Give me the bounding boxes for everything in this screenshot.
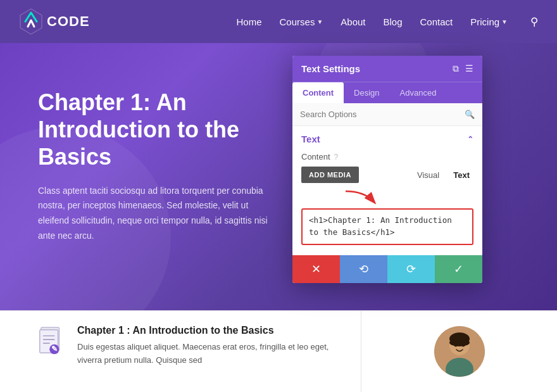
nav-about[interactable]: About <box>341 16 365 27</box>
confirm-button[interactable]: ✓ <box>435 255 482 283</box>
editor-tab-visual[interactable]: Visual <box>413 168 443 182</box>
content-label: Content <box>301 152 330 161</box>
panel-header-icons: ⧉ ☰ <box>453 63 473 74</box>
svg-point-14 <box>461 344 465 347</box>
search-input[interactable] <box>300 110 460 119</box>
svg-point-13 <box>454 344 457 347</box>
main-nav: Home Courses ▼ About Blog Contact Pricin… <box>237 15 538 28</box>
logo-text: CODE <box>47 13 90 30</box>
hero-title: Chapter 1: An Introduction to the Basics <box>38 89 278 171</box>
undo-button[interactable]: ⟲ <box>340 255 387 283</box>
text-settings-panel: Text Settings ⧉ ☰ Content Design Advance… <box>292 56 482 283</box>
card-right <box>361 310 557 392</box>
card-description: Duis egestas aliquet aliquet. Maecenas e… <box>77 341 342 367</box>
code-editor-box[interactable]: <h1>Chapter 1: An Introduction to the Ba… <box>301 208 473 245</box>
nav-contact[interactable]: Contact <box>420 16 453 27</box>
panel-tabs: Content Design Advanced <box>292 82 482 103</box>
hero-description: Class aptent taciti sociosqu ad litora t… <box>38 184 278 244</box>
svg-text:✎: ✎ <box>51 345 58 353</box>
nav-pricing[interactable]: Pricing ▼ <box>470 16 508 27</box>
logo-icon <box>19 8 43 35</box>
help-icon: ? <box>334 153 339 161</box>
panel-body: Text ⌃ Content ? ADD MEDIA Visual Text <box>292 126 482 255</box>
card-title: Chapter 1 : An Introduction to the Basic… <box>77 325 342 336</box>
arrow-area <box>301 188 473 208</box>
document-icon: ✎ <box>38 326 66 358</box>
add-media-button[interactable]: ADD MEDIA <box>301 167 359 183</box>
collapse-icon[interactable]: ☰ <box>465 63 473 74</box>
panel-title: Text Settings <box>301 63 360 74</box>
pricing-chevron-icon: ▼ <box>501 18 508 25</box>
bottom-section: ✎ Chapter 1 : An Introduction to the Bas… <box>0 310 557 392</box>
header: CODE Home Courses ▼ About Blog Contact P… <box>0 0 557 43</box>
content-label-row: Content ? <box>301 152 473 161</box>
card-left: ✎ Chapter 1 : An Introduction to the Bas… <box>0 310 361 392</box>
tab-advanced[interactable]: Advanced <box>390 82 447 103</box>
svg-point-12 <box>449 339 470 346</box>
cancel-button[interactable]: ✕ <box>292 255 340 283</box>
courses-chevron-icon: ▼ <box>316 18 323 25</box>
section-chevron-icon[interactable]: ⌃ <box>467 135 473 144</box>
nav-courses[interactable]: Courses ▼ <box>280 16 323 27</box>
arrow-icon <box>339 188 390 207</box>
avatar <box>434 326 485 377</box>
section-label: Text ⌃ <box>301 134 473 144</box>
hero-content: Chapter 1: An Introduction to the Basics… <box>38 89 278 244</box>
editor-tab-text[interactable]: Text <box>449 168 473 182</box>
tab-content[interactable]: Content <box>292 82 344 103</box>
editor-toolbar: ADD MEDIA Visual Text <box>301 167 473 183</box>
logo-area[interactable]: CODE <box>19 8 90 35</box>
search-icon: 🔍 <box>465 110 475 119</box>
card-text: Chapter 1 : An Introduction to the Basic… <box>77 325 342 367</box>
editor-tabs: Visual Text <box>413 168 473 182</box>
search-icon[interactable]: ⚲ <box>530 15 538 28</box>
nav-blog[interactable]: Blog <box>384 16 403 27</box>
nav-home[interactable]: Home <box>237 16 262 27</box>
panel-footer: ✕ ⟲ ⟳ ✓ <box>292 255 482 283</box>
expand-icon[interactable]: ⧉ <box>453 63 459 74</box>
tab-design[interactable]: Design <box>344 82 389 103</box>
redo-button[interactable]: ⟳ <box>387 255 435 283</box>
panel-header: Text Settings ⧉ ☰ <box>292 56 482 82</box>
panel-search: 🔍 <box>292 103 482 126</box>
